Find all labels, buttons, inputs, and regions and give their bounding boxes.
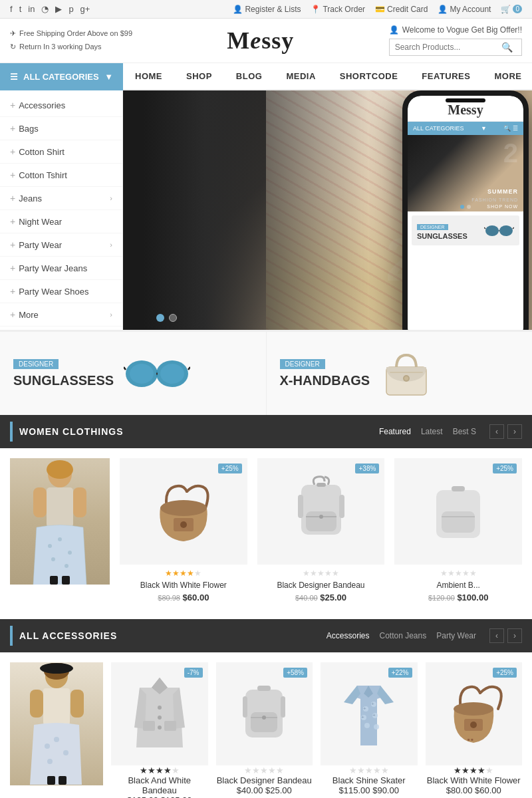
- main-nav: HOME SHOP BLOG MEDIA SHORTCODE FEATURES …: [123, 63, 532, 90]
- nav-home[interactable]: HOME: [123, 63, 174, 89]
- svg-rect-66: [243, 696, 247, 718]
- register-link[interactable]: 👤 Register & Lists: [233, 5, 301, 14]
- svg-point-1: [499, 225, 513, 236]
- svg-point-46: [45, 743, 50, 749]
- featured-sunglasses[interactable]: DESIGNER SUNGLASSESS: [0, 332, 267, 415]
- featured-handbag[interactable]: DESIGNER X-HANDBAGS: [267, 332, 533, 415]
- sidebar-item-more[interactable]: +More ›: [0, 303, 122, 327]
- prev-button-women[interactable]: ‹: [489, 424, 504, 439]
- sidebar-item-party-wear[interactable]: +Party Wear ›: [0, 233, 122, 257]
- tab-best[interactable]: Best S: [453, 427, 476, 436]
- svg-point-24: [65, 564, 68, 568]
- next-button-accessories[interactable]: ›: [507, 628, 522, 643]
- svg-rect-36: [298, 495, 303, 518]
- social-google[interactable]: g+: [80, 4, 90, 14]
- person-icon: 👤: [233, 5, 243, 14]
- section-nav-accessories: ‹ ›: [489, 628, 522, 643]
- header-promos: ✈ Free Shipping Order Above on $99 ↻ Ret…: [10, 27, 132, 54]
- my-account-link[interactable]: 👤 My Account: [438, 5, 491, 14]
- social-twitter[interactable]: t: [19, 4, 22, 14]
- product-backpack[interactable]: +38% ★★★★★ Black Designer Bandeau: [257, 458, 385, 602]
- hero-banner: FASHION TREND SUMMER 2018 SHOP NOW— Mess…: [123, 90, 532, 330]
- search-input[interactable]: [395, 43, 501, 52]
- social-facebook[interactable]: f: [10, 4, 13, 14]
- nav-blog[interactable]: BLOG: [224, 63, 275, 89]
- social-links: f t in ◔ ▶ p g+: [10, 4, 90, 14]
- acc-price-old-4: $80.00: [446, 785, 473, 795]
- product-bag-brown[interactable]: +25% ★★★★★ Black With White Flower $80.9…: [120, 458, 247, 602]
- sidebar-item-party-wear-shoes[interactable]: +Party Wear Shoes: [0, 280, 122, 303]
- accessories-accent: [10, 626, 13, 646]
- sidebar-item-party-wear-jeans[interactable]: +Party Wear Jeans: [0, 257, 122, 280]
- tab-accessories[interactable]: Accessories: [327, 631, 370, 640]
- acc-stars-2: ★★★★★: [216, 765, 313, 775]
- svg-point-18: [47, 460, 73, 479]
- product-stars: ★★★★★: [120, 569, 247, 578]
- price-new-3: $100.00: [457, 593, 488, 602]
- nav-shortcode[interactable]: SHORTCODE: [328, 63, 410, 89]
- hero-dot-1[interactable]: [156, 314, 164, 322]
- shipping-icon: ✈: [10, 27, 16, 41]
- sidebar-item-cotton-tshirt[interactable]: +Cotton Tshirt: [0, 164, 122, 187]
- social-youtube[interactable]: ▶: [55, 4, 62, 14]
- acc-price-new-4: $60.00: [475, 785, 501, 795]
- svg-rect-59: [143, 721, 155, 731]
- sidebar-item-jeans[interactable]: +Jeans ›: [0, 187, 122, 210]
- nav-more[interactable]: MORE: [482, 63, 532, 89]
- featured-cards: DESIGNER SUNGLASSESS DESIGNER X-HANDBAGS: [0, 330, 532, 415]
- svg-point-0: [485, 225, 499, 236]
- acc-product-coat[interactable]: -7% ★★★★★ Black And: [111, 662, 208, 798]
- social-pinterest[interactable]: p: [68, 4, 73, 14]
- track-order-link[interactable]: 📍 Track Order: [311, 5, 365, 14]
- next-button-women[interactable]: ›: [507, 424, 522, 439]
- site-logo[interactable]: Messy: [227, 27, 294, 55]
- acc-model-svg: [15, 663, 98, 785]
- product-name-2: Black Designer Bandeau: [257, 581, 385, 590]
- svg-line-4: [513, 227, 514, 229]
- nav-media[interactable]: MEDIA: [274, 63, 327, 89]
- tab-party-wear[interactable]: Party Wear: [436, 631, 476, 640]
- svg-point-78: [454, 702, 493, 716]
- accessories-section-title: ALL ACCESSORIES: [19, 630, 117, 641]
- cart-link[interactable]: 🛒 0: [501, 5, 522, 14]
- sidebar-item-cotton-shirt[interactable]: +Cotton Shirt: [0, 140, 122, 164]
- search-button[interactable]: 🔍: [501, 42, 513, 53]
- acc-product-shirt[interactable]: +22% + + + +: [321, 662, 418, 798]
- tab-latest[interactable]: Latest: [421, 427, 443, 436]
- svg-rect-45: [43, 688, 70, 725]
- svg-rect-65: [257, 686, 271, 691]
- svg-point-64: [262, 716, 266, 720]
- product-partial[interactable]: +25% ★★★★★ Ambient B... $120.00 $100.00: [394, 458, 522, 602]
- sidebar-item-accessories[interactable]: +Accessories: [0, 94, 122, 117]
- tab-featured[interactable]: Featured: [379, 427, 411, 436]
- partial-bag-svg: [428, 478, 488, 545]
- acc-product-bag[interactable]: +25% ■ ■ ★★★★★ Black With White Flower $…: [426, 662, 523, 798]
- svg-line-9: [188, 367, 190, 370]
- svg-point-80: [470, 722, 477, 728]
- svg-point-31: [180, 521, 187, 528]
- sidebar-item-night-wear[interactable]: +Night Wear: [0, 210, 122, 233]
- hero-dot-2[interactable]: [169, 314, 177, 322]
- product-model-card[interactable]: [10, 458, 110, 602]
- nav-features[interactable]: FEATURES: [410, 63, 482, 89]
- svg-point-48: [63, 750, 68, 755]
- sidebar-item-bags[interactable]: +Bags: [0, 117, 122, 140]
- cart-icon: 🛒: [501, 5, 511, 14]
- acc-product-backpack[interactable]: +58% ★★★★★ Black Designer Bandeau $40.00…: [216, 662, 313, 798]
- acc-model-card[interactable]: [10, 662, 103, 798]
- categories-dropdown[interactable]: ☰ ALL CATEGORIES ▼: [0, 63, 123, 90]
- social-linkedin[interactable]: in: [28, 4, 35, 14]
- brown-bag-svg: [147, 478, 220, 545]
- tab-cotton-jeans[interactable]: Cotton Jeans: [379, 631, 426, 640]
- prev-button-accessories[interactable]: ‹: [489, 628, 504, 643]
- nav-shop[interactable]: SHOP: [174, 63, 224, 89]
- accessories-products-grid: -7% ★★★★★ Black And: [0, 652, 532, 798]
- svg-line-3: [484, 227, 485, 229]
- svg-point-11: [160, 364, 184, 384]
- credit-card-link[interactable]: 💳 Credit Card: [375, 5, 428, 14]
- social-rss[interactable]: ◔: [41, 4, 49, 14]
- backpack-svg: [291, 475, 351, 548]
- svg-point-49: [47, 759, 53, 764]
- phone-sunglasses-icon: [484, 222, 514, 239]
- svg-text:+: +: [363, 706, 366, 712]
